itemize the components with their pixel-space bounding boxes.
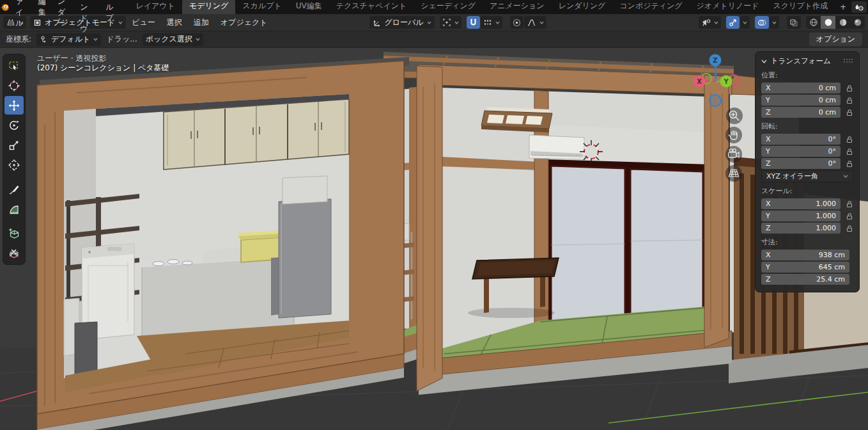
tool-move[interactable] xyxy=(4,96,24,115)
tab-sculpting[interactable]: スカルプト xyxy=(235,0,288,14)
yellow-box[interactable] xyxy=(236,230,282,262)
room-right-tatami[interactable] xyxy=(384,52,734,395)
shoji-sliding-doors[interactable] xyxy=(545,159,711,330)
location-y-lock-icon[interactable] xyxy=(845,97,853,104)
menu-object[interactable]: オブジェクト xyxy=(215,17,274,28)
menu-view[interactable]: ビュー xyxy=(126,17,161,28)
workspace-tabs: レイアウト モデリング スカルプト UV編集 テクスチャペイント シェーディング… xyxy=(129,0,852,14)
tool-cut-cube[interactable] xyxy=(4,244,24,262)
transform-orientation-select[interactable]: グローバル xyxy=(369,16,435,29)
menu-window[interactable]: ウィンドウ xyxy=(74,0,100,14)
xray-toggle[interactable] xyxy=(787,16,801,29)
gizmo-x-label: X xyxy=(697,78,702,85)
location-z-field[interactable]: Z0 cm xyxy=(761,107,841,118)
tool-measure[interactable] xyxy=(4,200,24,218)
show-gizmo-dropdown[interactable] xyxy=(740,16,750,29)
dimensions-x-field[interactable]: X938 cm xyxy=(761,250,849,260)
tab-compositing[interactable]: コンポジティング xyxy=(612,0,689,14)
scale-z-lock-icon[interactable] xyxy=(845,225,853,232)
tool-add-cube[interactable] xyxy=(4,224,24,243)
tool-settings-bar: 座標系: デフォルト ドラッ... ボックス選択 オプション xyxy=(0,31,868,48)
rotation-label: 回転: xyxy=(761,122,853,131)
shading-wireframe-button[interactable] xyxy=(806,16,821,29)
scale-y-field[interactable]: Y1.000 xyxy=(761,211,841,221)
room-left-kitchen[interactable] xyxy=(37,57,409,430)
tool-scale[interactable] xyxy=(4,136,24,154)
tab-animation[interactable]: アニメーション xyxy=(483,0,552,14)
tool-rotate[interactable] xyxy=(4,116,24,134)
location-z-lock-icon[interactable] xyxy=(845,109,853,116)
show-object-types-select[interactable] xyxy=(699,16,721,29)
proportional-falloff-select[interactable] xyxy=(524,16,546,29)
3d-viewport[interactable]: X Y Z ユーザー・透視投影 (207) シーンコレクション | ペタ基礎 xyxy=(0,48,868,430)
location-y-field[interactable]: Y0 cm xyxy=(761,95,841,106)
proportional-editing-toggle[interactable] xyxy=(510,16,523,29)
dimensions-z-field[interactable]: Z25.4 cm xyxy=(761,274,849,285)
snap-toggle[interactable] xyxy=(467,16,480,29)
shading-solid-button[interactable] xyxy=(821,16,835,29)
shading-material-button[interactable] xyxy=(835,16,850,29)
shading-rendered-button[interactable] xyxy=(850,16,865,29)
left-post[interactable] xyxy=(417,66,442,391)
blender-logo-icon[interactable] xyxy=(0,3,10,12)
collapse-chevron-icon[interactable] xyxy=(761,60,767,63)
air-conditioner[interactable] xyxy=(529,135,584,159)
scene-status-icon[interactable] xyxy=(851,1,867,13)
location-label: 位置: xyxy=(761,70,853,80)
ortho-toggle-button[interactable] xyxy=(725,165,742,182)
tab-scripting[interactable]: スクリプト作成 xyxy=(766,0,835,14)
panel-grip-icon[interactable] xyxy=(844,59,853,64)
tool-annotate[interactable] xyxy=(4,180,24,198)
tab-rendering[interactable]: レンダリング xyxy=(552,0,613,14)
scale-x-field[interactable]: X1.000 xyxy=(761,198,841,209)
menu-select[interactable]: 選択 xyxy=(161,17,188,28)
location-x-field[interactable]: X0 cm xyxy=(761,83,841,93)
tab-uv-editing[interactable]: UV編集 xyxy=(289,0,329,14)
select-mode-dropdown[interactable]: ボックス選択 xyxy=(143,33,203,46)
show-gizmo-toggle[interactable] xyxy=(726,16,740,29)
rotation-z-field[interactable]: Z0° xyxy=(761,158,841,169)
options-button[interactable]: オプション xyxy=(809,33,862,46)
scale-z-field[interactable]: Z1.000 xyxy=(761,223,841,234)
show-overlays-dropdown[interactable] xyxy=(770,16,779,29)
scene-canvas[interactable]: X Y Z xyxy=(0,48,868,430)
dimensions-y-field[interactable]: Y645 cm xyxy=(761,262,849,273)
coord-system-select[interactable]: デフォルト xyxy=(36,33,101,46)
scale-y-lock-icon[interactable] xyxy=(845,212,853,220)
pan-button[interactable] xyxy=(725,127,742,143)
camera-view-button[interactable] xyxy=(725,146,742,163)
menu-add[interactable]: 追加 xyxy=(188,17,215,28)
select-mode-value: ボックス選択 xyxy=(146,34,192,45)
rotation-y-field[interactable]: Y0° xyxy=(761,146,841,157)
tool-cursor[interactable] xyxy=(4,76,24,95)
right-post[interactable] xyxy=(704,75,729,347)
tab-modeling[interactable]: モデリング xyxy=(182,0,235,14)
tab-geometry-nodes[interactable]: ジオメトリノード xyxy=(690,0,766,14)
rotation-z-lock-icon[interactable] xyxy=(845,160,853,168)
tool-transform[interactable] xyxy=(4,155,24,174)
scale-x-lock-icon[interactable] xyxy=(845,200,853,208)
menu-edit[interactable]: 編集 xyxy=(33,0,52,14)
tool-select-box[interactable] xyxy=(4,56,24,75)
rotation-x-field[interactable]: X0° xyxy=(761,134,841,145)
tab-texture-paint[interactable]: テクスチャペイント xyxy=(329,0,414,14)
show-overlays-toggle[interactable] xyxy=(755,16,769,29)
scale-label: スケール: xyxy=(761,186,853,196)
rotation-x-lock-icon[interactable] xyxy=(845,136,853,143)
location-x-lock-icon[interactable] xyxy=(845,84,853,92)
tab-shading[interactable]: シェーディング xyxy=(414,0,483,14)
rotation-y-lock-icon[interactable] xyxy=(845,148,853,155)
menu-render[interactable]: レンダー xyxy=(52,0,75,14)
tab-layout[interactable]: レイアウト xyxy=(129,0,182,14)
snap-with-select[interactable] xyxy=(481,16,502,29)
ceiling-light[interactable] xyxy=(481,107,552,132)
add-workspace-button[interactable]: + xyxy=(835,1,851,14)
zoom-button[interactable] xyxy=(726,107,743,124)
rotation-mode-select[interactable]: XYZ オイラー角 xyxy=(761,170,853,182)
viewport-header: オブジェクトモード ビュー 選択 追加 オブジェクト グローバル xyxy=(0,14,868,31)
menu-file[interactable]: ファイル xyxy=(10,0,33,14)
drag-label: ドラッ... xyxy=(106,34,137,45)
pivot-point-select[interactable] xyxy=(440,16,461,29)
gizmo-neg-z[interactable] xyxy=(709,95,721,106)
menu-help[interactable]: ヘルプ xyxy=(100,0,120,14)
